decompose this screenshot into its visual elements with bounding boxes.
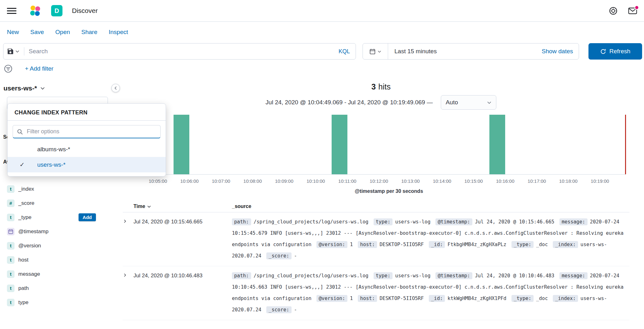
current-time-marker <box>625 115 626 174</box>
field-key-badge: path: <box>232 218 251 225</box>
field-key-badge: path: <box>232 272 251 279</box>
field-type-icon: t <box>7 256 15 264</box>
field-item-host[interactable]: thost <box>0 253 118 267</box>
field-type-icon: t <box>7 242 15 250</box>
x-axis-tick-label: 10:11:00 <box>338 178 356 184</box>
collapse-sidebar-button[interactable] <box>111 84 120 92</box>
discover-main: 3hits Jul 24, 2020 @ 10:04:49.069 - Jul … <box>118 78 644 326</box>
field-key-badge: message: <box>559 272 588 279</box>
field-name: @version <box>18 243 41 249</box>
menu-toggle-icon[interactable] <box>7 8 16 14</box>
x-axis-tick-label: 10:17:00 <box>528 178 546 184</box>
table-row: Jul 24, 2020 @ 10:10:46.483path:/spring_… <box>123 266 629 320</box>
field-item-message[interactable]: tmessage <box>0 267 118 281</box>
saved-query-menu-button[interactable] <box>7 48 20 55</box>
doc-timestamp: Jul 24, 2020 @ 10:10:46.483 <box>133 270 232 315</box>
x-axis-tick-label: 10:16:00 <box>496 178 514 184</box>
time-column-header[interactable]: Time <box>133 204 232 209</box>
query-language-button[interactable]: KQL <box>339 48 350 55</box>
field-value: FtkbgHMB4z_zKgHXaPLz <box>447 242 506 247</box>
field-key-badge: @version: <box>316 241 347 248</box>
newsfeed-icon[interactable] <box>628 7 637 14</box>
check-icon: ✓ <box>20 161 25 168</box>
change-index-pattern-popover: CHANGE INDEX PATTERN albums-ws-*✓users-w… <box>7 103 166 176</box>
expand-row-icon[interactable] <box>123 216 133 262</box>
show-dates-button[interactable]: Show dates <box>542 48 573 55</box>
field-key-badge: _type: <box>511 295 534 302</box>
menu-link-share[interactable]: Share <box>81 29 97 36</box>
field-value: 1 <box>350 296 353 301</box>
menu-link-open[interactable]: Open <box>55 29 70 36</box>
field-key-badge: host: <box>358 295 377 302</box>
field-name: path <box>18 285 29 291</box>
search-input[interactable] <box>29 48 339 55</box>
expand-row-icon[interactable] <box>123 270 133 315</box>
field-item-_score[interactable]: #_score <box>0 196 118 210</box>
refresh-button[interactable]: Refresh <box>588 43 642 60</box>
field-item-@timestamp[interactable]: @timestamp <box>0 224 118 239</box>
field-value: ktkWgHMB4z_zKgHX1PFd <box>447 296 506 301</box>
field-name: _score <box>18 200 34 206</box>
sort-desc-icon <box>147 205 151 209</box>
chevron-down-icon <box>377 49 381 54</box>
field-key-badge: _index: <box>553 241 578 248</box>
documents-table: Time _source Jul 24, 2020 @ 10:15:46.665… <box>123 204 629 320</box>
field-key-badge: _type: <box>511 241 534 248</box>
field-item-path[interactable]: tpath <box>0 281 118 295</box>
field-value: _doc <box>536 296 548 301</box>
table-header: Time _source <box>123 204 629 212</box>
histogram-bar[interactable] <box>332 115 347 174</box>
doc-timestamp: Jul 24, 2020 @ 10:15:46.665 <box>133 216 232 262</box>
filter-options-input[interactable] <box>13 125 161 138</box>
histogram-bar[interactable] <box>489 115 505 174</box>
x-axis-tick-label: 10:08:00 <box>243 178 262 184</box>
time-range-value[interactable]: Last 15 minutes <box>394 48 437 55</box>
field-key-badge: @timestamp: <box>435 272 472 279</box>
option-label: users-ws-* <box>37 161 66 168</box>
field-item-type[interactable]: ttype <box>0 295 118 309</box>
x-axis-tick-label: 10:05:00 <box>149 178 167 184</box>
arrow-left-icon <box>113 86 118 90</box>
index-pattern-option-users-ws-*[interactable]: ✓users-ws-* <box>8 157 166 172</box>
field-name: @timestamp <box>18 228 49 235</box>
field-type-icon: t <box>7 285 15 292</box>
x-axis-tick-label: 10:07:00 <box>212 178 230 184</box>
menu-link-save[interactable]: Save <box>30 29 44 36</box>
field-key-badge: _score: <box>266 252 291 259</box>
add-field-button[interactable]: Add <box>79 213 96 221</box>
discover-menu-bar: NewSaveOpenShareInspect <box>0 22 644 43</box>
query-toolbar: KQL Last 15 minutes Show dates Refresh <box>0 43 644 63</box>
refresh-icon <box>600 49 606 55</box>
field-item-_type[interactable]: t_typeAdd <box>0 210 118 224</box>
chevron-down-icon <box>15 49 20 54</box>
space-avatar[interactable]: D <box>51 5 62 16</box>
interval-select[interactable]: Auto <box>441 95 496 110</box>
page-title: Discover <box>72 7 98 14</box>
chart-subtitle-row: Jul 24, 2020 @ 10:04:49.069 - Jul 24, 20… <box>118 95 644 110</box>
filter-bar: + Add filter <box>0 63 644 78</box>
notification-dot <box>635 5 639 10</box>
field-key-badge: @version: <box>316 295 347 302</box>
histogram-bar[interactable] <box>174 115 189 174</box>
field-type-icon: # <box>7 199 15 207</box>
query-bar: KQL <box>3 43 356 60</box>
field-key-badge: host: <box>358 241 377 248</box>
field-item-@version[interactable]: t@version <box>0 239 118 253</box>
index-pattern-switcher[interactable]: users-ws-* <box>0 84 118 93</box>
field-item-_index[interactable]: t_index <box>0 182 118 196</box>
date-picker-toggle[interactable] <box>363 43 388 59</box>
add-filter-button[interactable]: + Add filter <box>25 65 53 72</box>
search-icon <box>17 129 23 135</box>
field-name: host <box>18 257 28 263</box>
help-icon[interactable] <box>609 7 617 15</box>
doc-source: path:/spring_cloud_projects/log/users-ws… <box>232 216 629 262</box>
index-pattern-option-albums-ws-*[interactable]: albums-ws-* <box>8 141 166 157</box>
x-axis-title: @timestamp per 30 seconds <box>152 188 626 194</box>
field-type-icon: t <box>7 270 15 278</box>
menu-link-new[interactable]: New <box>7 29 19 36</box>
filter-icon[interactable] <box>4 65 12 73</box>
hits-label: hits <box>378 82 391 91</box>
menu-link-inspect[interactable]: Inspect <box>109 29 128 36</box>
field-name: _type <box>18 214 32 221</box>
date-picker: Last 15 minutes Show dates <box>363 43 579 60</box>
